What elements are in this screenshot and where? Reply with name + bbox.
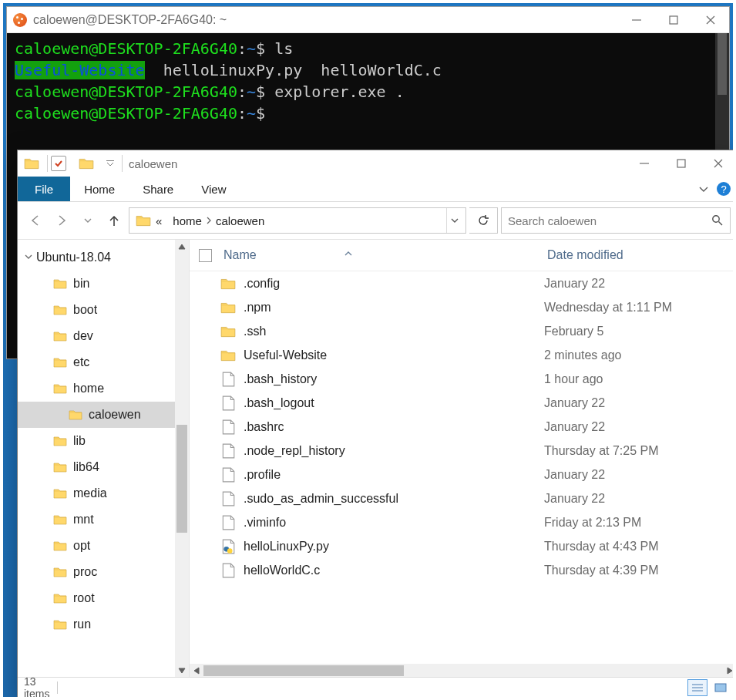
file-list[interactable]: Name Date modified .configJanuary 22.npm… — [190, 240, 736, 678]
tree-item[interactable]: lib64 — [18, 454, 189, 480]
scroll-left-button[interactable] — [190, 664, 203, 678]
tree-root[interactable]: Ubuntu-18.04 — [18, 244, 189, 271]
thumbnails-view-button[interactable] — [711, 679, 731, 696]
tree-label: bin — [73, 277, 89, 291]
address-bar[interactable]: « home caloewen — [129, 207, 466, 234]
explorer-titlebar[interactable]: caloewen — [18, 150, 736, 177]
maximize-button[interactable] — [663, 151, 700, 176]
tab-home[interactable]: Home — [70, 177, 129, 201]
horizontal-scrollbar[interactable] — [190, 664, 736, 678]
scrollbar-thumb[interactable] — [203, 665, 404, 676]
folder-icon — [53, 591, 67, 605]
tree-item[interactable]: media — [18, 480, 189, 506]
maximize-button[interactable] — [655, 8, 692, 32]
select-all-checkbox[interactable] — [190, 249, 220, 262]
item-count: 13 items — [24, 675, 49, 698]
file-name: .ssh — [244, 325, 266, 338]
tree-item[interactable]: bin — [18, 271, 189, 297]
tree-item[interactable]: mnt — [18, 506, 189, 533]
explorer-window: caloewen File Home Share View ? — [17, 150, 736, 698]
file-row[interactable]: .configJanuary 22 — [190, 271, 736, 295]
svg-point-13 — [713, 216, 719, 222]
help-button[interactable]: ? — [717, 182, 731, 196]
tree-label: caloewen — [89, 408, 141, 422]
folder-icon — [53, 539, 67, 553]
tab-file[interactable]: File — [18, 177, 70, 201]
column-header-date[interactable]: Date modified — [547, 248, 736, 262]
file-row[interactable]: .viminfoFriday at 2:13 PM — [190, 510, 736, 534]
ubuntu-icon — [13, 13, 27, 27]
tree-item[interactable]: proc — [18, 559, 189, 585]
file-row[interactable]: helloLinuxPy.pyThursday at 4:43 PM — [190, 534, 736, 558]
breadcrumb-segment[interactable]: home — [171, 214, 203, 227]
tree-item[interactable]: root — [18, 585, 189, 611]
file-date: Thursday at 7:25 PM — [544, 444, 736, 458]
qat-properties-button[interactable] — [51, 156, 66, 171]
file-row[interactable]: .bash_history1 hour ago — [190, 367, 736, 391]
refresh-button[interactable] — [469, 207, 498, 234]
expand-ribbon-button[interactable] — [694, 179, 714, 199]
svg-marker-18 — [728, 668, 732, 674]
file-name: helloLinuxPy.py — [244, 540, 329, 554]
scrollbar-thumb[interactable] — [718, 33, 727, 95]
file-row[interactable]: .bashrcJanuary 22 — [190, 415, 736, 439]
up-button[interactable] — [103, 209, 126, 232]
file-name: .npm — [244, 301, 271, 315]
chevron-down-icon[interactable] — [24, 251, 35, 264]
tree-item[interactable]: run — [18, 611, 189, 638]
scrollbar-thumb[interactable] — [176, 425, 187, 533]
back-button[interactable] — [24, 209, 47, 232]
file-row[interactable]: helloWorldC.cThursday at 4:39 PM — [190, 558, 736, 582]
chevron-right-icon[interactable] — [203, 214, 214, 227]
scroll-right-button[interactable] — [723, 664, 736, 678]
folder-icon — [53, 513, 67, 527]
tree-scrollbar[interactable] — [175, 240, 189, 678]
scroll-down-button[interactable] — [175, 664, 189, 678]
column-header-name[interactable]: Name — [220, 248, 547, 262]
details-view-button[interactable] — [687, 679, 707, 696]
tree-label: lib — [73, 434, 86, 448]
file-name: helloWorldC.c — [244, 564, 320, 577]
breadcrumb-prefix[interactable]: « — [154, 214, 163, 227]
file-row[interactable]: .profileJanuary 22 — [190, 463, 736, 486]
address-history-button[interactable] — [446, 208, 462, 233]
separator — [122, 155, 123, 172]
tab-view[interactable]: View — [187, 177, 240, 201]
forward-button[interactable] — [50, 209, 73, 232]
tree-item[interactable]: etc — [18, 349, 189, 375]
minimize-button[interactable] — [618, 8, 655, 32]
minimize-button[interactable] — [626, 151, 663, 176]
folder-icon — [220, 276, 236, 291]
file-row[interactable]: .sudo_as_admin_successfulJanuary 22 — [190, 486, 736, 510]
tab-share[interactable]: Share — [129, 177, 187, 201]
tree-item[interactable]: dev — [18, 323, 189, 349]
scroll-up-button[interactable] — [175, 240, 189, 254]
breadcrumb-segment[interactable]: caloewen — [214, 214, 266, 227]
recent-locations-button[interactable] — [76, 209, 99, 232]
list-header: Name Date modified — [190, 240, 736, 271]
file-row[interactable]: Useful-Website2 minutes ago — [190, 343, 736, 367]
terminal-titlebar[interactable]: caloewen@DESKTOP-2FA6G40: ~ — [7, 7, 729, 33]
folder-icon — [53, 565, 67, 579]
close-button[interactable] — [692, 8, 729, 32]
file-icon — [220, 515, 236, 530]
svg-line-14 — [719, 222, 723, 226]
tree-item[interactable]: lib — [18, 428, 189, 454]
file-icon — [220, 372, 236, 387]
tree-item[interactable]: home — [18, 375, 189, 402]
file-row[interactable]: .node_repl_historyThursday at 7:25 PM — [190, 439, 736, 463]
svg-marker-16 — [179, 668, 185, 673]
file-row[interactable]: .npmWednesday at 1:11 PM — [190, 295, 736, 319]
tree-item[interactable]: boot — [18, 297, 189, 323]
close-button[interactable] — [700, 151, 736, 176]
tree-item[interactable]: opt — [18, 533, 189, 559]
file-row[interactable]: .sshFebruary 5 — [190, 319, 736, 343]
qat-customize-button[interactable] — [105, 160, 116, 167]
ribbon: File Home Share View ? — [18, 177, 736, 202]
tree-item-selected[interactable]: caloewen — [18, 402, 189, 428]
file-name: .bash_history — [244, 372, 317, 386]
file-row[interactable]: .bash_logoutJanuary 22 — [190, 391, 736, 415]
file-date: January 22 — [544, 468, 736, 482]
navigation-tree[interactable]: Ubuntu-18.04 binbootdevetchomecaloewenli… — [18, 240, 190, 678]
search-input[interactable]: Search caloewen — [501, 207, 731, 234]
